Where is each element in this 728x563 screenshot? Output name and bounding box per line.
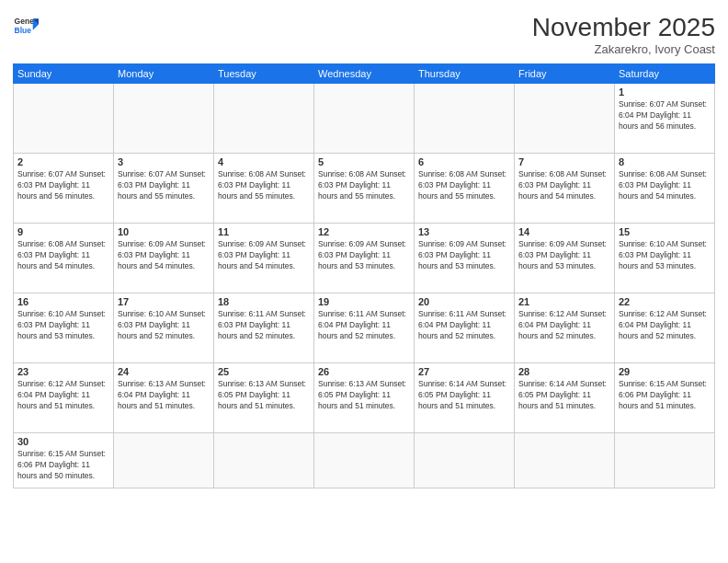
day-number: 27: [418, 366, 510, 377]
day-number: 2: [17, 156, 109, 167]
day-info: Sunrise: 6:09 AM Sunset: 6:03 PM Dayligh…: [218, 239, 310, 272]
table-row: 13Sunrise: 6:09 AM Sunset: 6:03 PM Dayli…: [415, 224, 515, 293]
day-number: 12: [318, 226, 410, 237]
table-row: 9Sunrise: 6:08 AM Sunset: 6:03 PM Daylig…: [14, 224, 114, 293]
day-info: Sunrise: 6:14 AM Sunset: 6:05 PM Dayligh…: [418, 379, 510, 412]
day-number: 19: [318, 296, 410, 307]
day-info: Sunrise: 6:09 AM Sunset: 6:03 PM Dayligh…: [518, 239, 610, 272]
page: General Blue November 2025 Zakarekro, Iv…: [0, 0, 728, 563]
day-number: 11: [218, 226, 310, 237]
col-wednesday: Wednesday: [314, 64, 415, 84]
table-row: 22Sunrise: 6:12 AM Sunset: 6:04 PM Dayli…: [615, 293, 715, 363]
day-number: 28: [518, 366, 610, 377]
day-number: 3: [118, 156, 210, 167]
table-row: [14, 84, 114, 154]
day-info: Sunrise: 6:08 AM Sunset: 6:03 PM Dayligh…: [418, 169, 510, 202]
col-monday: Monday: [114, 64, 214, 84]
table-row: 15Sunrise: 6:10 AM Sunset: 6:03 PM Dayli…: [615, 224, 715, 293]
location: Zakarekro, Ivory Coast: [532, 42, 715, 56]
table-row: 23Sunrise: 6:12 AM Sunset: 6:04 PM Dayli…: [14, 363, 114, 433]
day-info: Sunrise: 6:10 AM Sunset: 6:03 PM Dayligh…: [118, 309, 210, 342]
day-number: 10: [118, 226, 210, 237]
day-number: 26: [318, 366, 410, 377]
table-row: 25Sunrise: 6:13 AM Sunset: 6:05 PM Dayli…: [214, 363, 314, 433]
day-number: 17: [118, 296, 210, 307]
table-row: 18Sunrise: 6:11 AM Sunset: 6:03 PM Dayli…: [214, 293, 314, 363]
day-info: Sunrise: 6:12 AM Sunset: 6:04 PM Dayligh…: [619, 309, 711, 342]
day-info: Sunrise: 6:11 AM Sunset: 6:04 PM Dayligh…: [418, 309, 510, 342]
day-info: Sunrise: 6:13 AM Sunset: 6:05 PM Dayligh…: [318, 379, 410, 412]
table-row: [415, 84, 515, 154]
day-number: 24: [118, 366, 210, 377]
day-info: Sunrise: 6:08 AM Sunset: 6:03 PM Dayligh…: [318, 169, 410, 202]
day-number: 30: [17, 436, 109, 447]
day-number: 23: [17, 366, 109, 377]
month-title: November 2025: [532, 13, 715, 42]
table-row: 4Sunrise: 6:08 AM Sunset: 6:03 PM Daylig…: [214, 154, 314, 224]
table-row: 14Sunrise: 6:09 AM Sunset: 6:03 PM Dayli…: [515, 224, 615, 293]
table-row: 2Sunrise: 6:07 AM Sunset: 6:03 PM Daylig…: [14, 154, 114, 224]
table-row: 30Sunrise: 6:15 AM Sunset: 6:06 PM Dayli…: [14, 433, 114, 488]
day-number: 16: [17, 296, 109, 307]
day-info: Sunrise: 6:07 AM Sunset: 6:03 PM Dayligh…: [17, 169, 109, 202]
table-row: 20Sunrise: 6:11 AM Sunset: 6:04 PM Dayli…: [415, 293, 515, 363]
day-number: 8: [619, 156, 711, 167]
table-row: 11Sunrise: 6:09 AM Sunset: 6:03 PM Dayli…: [214, 224, 314, 293]
day-number: 22: [619, 296, 711, 307]
table-row: 1Sunrise: 6:07 AM Sunset: 6:04 PM Daylig…: [615, 84, 715, 154]
svg-text:Blue: Blue: [15, 26, 32, 35]
day-info: Sunrise: 6:07 AM Sunset: 6:04 PM Dayligh…: [619, 99, 711, 132]
table-row: [314, 433, 415, 488]
day-info: Sunrise: 6:08 AM Sunset: 6:03 PM Dayligh…: [518, 169, 610, 202]
calendar-header-row: Sunday Monday Tuesday Wednesday Thursday…: [14, 64, 715, 84]
day-info: Sunrise: 6:08 AM Sunset: 6:03 PM Dayligh…: [619, 169, 711, 202]
day-info: Sunrise: 6:10 AM Sunset: 6:03 PM Dayligh…: [619, 239, 711, 272]
table-row: [114, 433, 214, 488]
day-number: 25: [218, 366, 310, 377]
table-row: 6Sunrise: 6:08 AM Sunset: 6:03 PM Daylig…: [415, 154, 515, 224]
table-row: 12Sunrise: 6:09 AM Sunset: 6:03 PM Dayli…: [314, 224, 415, 293]
col-tuesday: Tuesday: [214, 64, 314, 84]
day-info: Sunrise: 6:13 AM Sunset: 6:05 PM Dayligh…: [218, 379, 310, 412]
table-row: [114, 84, 214, 154]
logo-area: General Blue: [13, 13, 39, 39]
day-info: Sunrise: 6:14 AM Sunset: 6:05 PM Dayligh…: [518, 379, 610, 412]
col-thursday: Thursday: [415, 64, 515, 84]
day-info: Sunrise: 6:15 AM Sunset: 6:06 PM Dayligh…: [619, 379, 711, 412]
table-row: 7Sunrise: 6:08 AM Sunset: 6:03 PM Daylig…: [515, 154, 615, 224]
table-row: 5Sunrise: 6:08 AM Sunset: 6:03 PM Daylig…: [314, 154, 415, 224]
day-number: 21: [518, 296, 610, 307]
table-row: 17Sunrise: 6:10 AM Sunset: 6:03 PM Dayli…: [114, 293, 214, 363]
day-info: Sunrise: 6:07 AM Sunset: 6:03 PM Dayligh…: [118, 169, 210, 202]
day-info: Sunrise: 6:08 AM Sunset: 6:03 PM Dayligh…: [218, 169, 310, 202]
table-row: 16Sunrise: 6:10 AM Sunset: 6:03 PM Dayli…: [14, 293, 114, 363]
day-number: 5: [318, 156, 410, 167]
table-row: 27Sunrise: 6:14 AM Sunset: 6:05 PM Dayli…: [415, 363, 515, 433]
day-info: Sunrise: 6:10 AM Sunset: 6:03 PM Dayligh…: [17, 309, 109, 342]
table-row: 3Sunrise: 6:07 AM Sunset: 6:03 PM Daylig…: [114, 154, 214, 224]
table-row: 8Sunrise: 6:08 AM Sunset: 6:03 PM Daylig…: [615, 154, 715, 224]
day-number: 14: [518, 226, 610, 237]
header: General Blue November 2025 Zakarekro, Iv…: [13, 13, 715, 56]
day-info: Sunrise: 6:11 AM Sunset: 6:03 PM Dayligh…: [218, 309, 310, 342]
day-number: 6: [418, 156, 510, 167]
table-row: [515, 433, 615, 488]
table-row: [615, 433, 715, 488]
table-row: 29Sunrise: 6:15 AM Sunset: 6:06 PM Dayli…: [615, 363, 715, 433]
table-row: 21Sunrise: 6:12 AM Sunset: 6:04 PM Dayli…: [515, 293, 615, 363]
title-area: November 2025 Zakarekro, Ivory Coast: [532, 13, 715, 56]
table-row: [515, 84, 615, 154]
table-row: 19Sunrise: 6:11 AM Sunset: 6:04 PM Dayli…: [314, 293, 415, 363]
table-row: [314, 84, 415, 154]
table-row: 10Sunrise: 6:09 AM Sunset: 6:03 PM Dayli…: [114, 224, 214, 293]
day-info: Sunrise: 6:13 AM Sunset: 6:04 PM Dayligh…: [118, 379, 210, 412]
col-friday: Friday: [515, 64, 615, 84]
col-saturday: Saturday: [615, 64, 715, 84]
day-info: Sunrise: 6:09 AM Sunset: 6:03 PM Dayligh…: [118, 239, 210, 272]
day-number: 7: [518, 156, 610, 167]
table-row: 28Sunrise: 6:14 AM Sunset: 6:05 PM Dayli…: [515, 363, 615, 433]
day-number: 9: [17, 226, 109, 237]
generalblue-logo-icon: General Blue: [13, 13, 39, 39]
day-number: 29: [619, 366, 711, 377]
day-info: Sunrise: 6:12 AM Sunset: 6:04 PM Dayligh…: [17, 379, 109, 412]
